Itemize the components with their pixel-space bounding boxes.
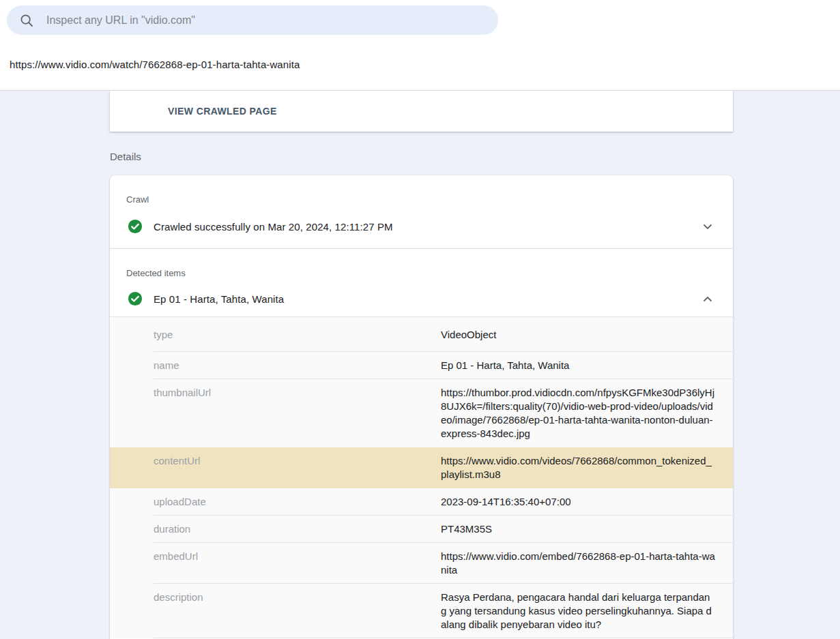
crawled-page-card: VIEW CRAWLED PAGE [110,91,733,132]
crawl-status-row[interactable]: Crawled successfully on Mar 20, 2024, 12… [110,205,733,248]
property-value: 2023-09-14T16:35:40+07:00 [441,488,715,516]
table-row: duration PT43M35S [110,516,733,543]
view-crawled-page-button[interactable]: VIEW CRAWLED PAGE [168,106,277,117]
property-key: description [110,584,441,638]
property-value: Rasya Perdana, pengacara handal dari kel… [441,584,715,638]
crawl-status-text: Crawled successfully on Mar 20, 2024, 12… [154,221,703,233]
table-row: name Ep 01 - Harta, Tahta, Wanita [110,352,733,379]
property-key: uploadDate [110,488,441,516]
inspection-header: https://www.vidio.com/watch/7662868-ep-0… [0,5,840,91]
property-key: type [110,317,441,352]
table-row: embedUrl https://www.vidio.com/embed/766… [110,543,733,584]
page-body: VIEW CRAWLED PAGE Details Crawl Crawled … [0,91,840,639]
success-check-icon [128,291,143,306]
property-value: Ep 01 - Harta, Tahta, Wanita [441,352,715,379]
property-value: https://www.vidio.com/videos/7662868/com… [441,447,715,488]
table-row: thumbnailUrl https://thumbor.prod.vidioc… [110,379,733,447]
detected-item-title: Ep 01 - Harta, Tahta, Wanita [154,293,703,305]
crawl-section: Crawl Crawled successfully on Mar 20, 20… [110,175,733,248]
table-row: description Rasya Perdana, pengacara han… [110,584,733,638]
details-heading: Details [110,151,840,162]
search-input[interactable] [46,14,487,27]
search-icon [20,14,33,27]
property-value: PT43M35S [441,516,715,543]
table-row: contentUrl https://www.vidio.com/videos/… [110,447,733,488]
inspected-url: https://www.vidio.com/watch/7662868-ep-0… [10,59,840,70]
crawl-section-label: Crawl [110,175,733,205]
table-row: uploadDate 2023-09-14T16:35:40+07:00 [110,488,733,516]
property-key: duration [110,516,441,543]
property-value: https://www.vidio.com/embed/7662868-ep-0… [441,543,715,584]
property-value: https://thumbor.prod.vidiocdn.com/nfpysK… [441,379,715,447]
property-key: contentUrl [110,447,441,488]
property-value: VideoObject [441,317,715,352]
table-row: type VideoObject [110,317,733,352]
property-key: name [110,352,441,379]
chevron-down-icon[interactable] [703,224,712,230]
detected-items-table: type VideoObject name Ep 01 - Harta, Tah… [110,316,733,638]
property-key: embedUrl [110,543,441,584]
success-check-icon [128,219,143,234]
detected-item-row[interactable]: Ep 01 - Harta, Tahta, Wanita [110,278,733,316]
details-card: Crawl Crawled successfully on Mar 20, 20… [110,175,733,639]
detected-items-section: Detected items Ep 01 - Harta, Tahta, Wan… [110,249,733,638]
url-inspection-searchbar[interactable] [7,5,498,35]
property-key: thumbnailUrl [110,379,441,447]
chevron-up-icon[interactable] [703,296,712,302]
detected-items-label: Detected items [110,249,733,278]
